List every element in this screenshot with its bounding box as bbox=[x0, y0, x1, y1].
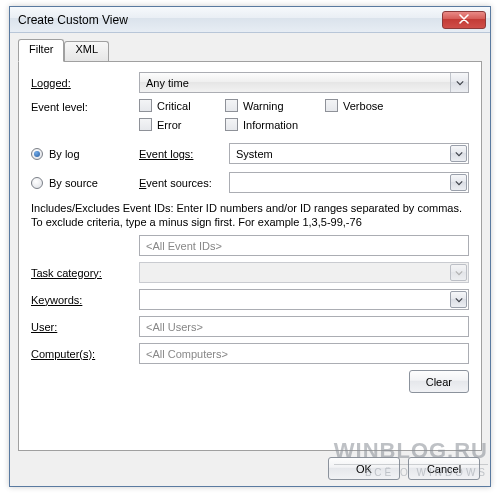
event-logs-combo[interactable]: System bbox=[229, 143, 469, 164]
user-input[interactable]: <All Users> bbox=[139, 316, 469, 337]
checkbox-critical-label: Critical bbox=[157, 100, 191, 112]
checkbox-box bbox=[225, 99, 238, 112]
checkbox-warning-label: Warning bbox=[243, 100, 284, 112]
checkbox-verbose[interactable]: Verbose bbox=[325, 99, 411, 112]
clear-button[interactable]: Clear bbox=[409, 370, 469, 393]
checkbox-box bbox=[325, 99, 338, 112]
checkbox-information-label: Information bbox=[243, 119, 298, 131]
tab-filter-label: Filter bbox=[29, 43, 53, 55]
checkbox-error[interactable]: Error bbox=[139, 118, 225, 131]
radio-by-source[interactable] bbox=[31, 177, 43, 189]
clear-button-label: Clear bbox=[426, 376, 452, 388]
tab-xml-label: XML bbox=[75, 43, 98, 55]
dialog-button-row: OK Cancel bbox=[18, 451, 482, 480]
event-logs-combo-button[interactable] bbox=[450, 145, 467, 162]
radio-by-log[interactable] bbox=[31, 148, 43, 160]
chevron-down-icon bbox=[456, 77, 464, 89]
ok-button[interactable]: OK bbox=[328, 457, 400, 480]
window-title: Create Custom View bbox=[18, 13, 442, 27]
radio-by-source-label: By source bbox=[49, 177, 98, 189]
checkbox-critical[interactable]: Critical bbox=[139, 99, 225, 112]
task-category-label: Task category: bbox=[31, 267, 139, 279]
checkbox-warning[interactable]: Warning bbox=[225, 99, 325, 112]
event-level-label: Event level: bbox=[31, 99, 139, 113]
task-category-combo[interactable] bbox=[139, 262, 469, 283]
event-sources-label: Event sources: bbox=[139, 177, 212, 189]
tab-xml[interactable]: XML bbox=[64, 41, 109, 61]
checkbox-box bbox=[225, 118, 238, 131]
filter-panel: Logged: Any time Event level: bbox=[18, 61, 482, 451]
checkbox-verbose-label: Verbose bbox=[343, 100, 383, 112]
event-sources-combo[interactable] bbox=[229, 172, 469, 193]
user-placeholder: <All Users> bbox=[146, 321, 203, 333]
keywords-combo-button[interactable] bbox=[450, 291, 467, 308]
computers-label: Computer(s): bbox=[31, 348, 139, 360]
tab-filter[interactable]: Filter bbox=[18, 39, 64, 62]
ok-button-label: OK bbox=[356, 463, 372, 475]
cancel-button-label: Cancel bbox=[427, 463, 461, 475]
task-category-combo-button[interactable] bbox=[450, 264, 467, 281]
window-close-button[interactable] bbox=[442, 11, 486, 29]
client-area: Filter XML Logged: Any time bbox=[10, 33, 490, 486]
computers-placeholder: <All Computers> bbox=[146, 348, 228, 360]
keywords-label: Keywords: bbox=[31, 294, 139, 306]
logged-combo-value: Any time bbox=[146, 77, 450, 89]
event-logs-label: Event logs: bbox=[139, 148, 193, 160]
chevron-down-icon bbox=[455, 267, 463, 279]
chevron-down-icon bbox=[455, 177, 463, 189]
tab-strip: Filter XML bbox=[18, 39, 482, 61]
title-bar: Create Custom View bbox=[10, 7, 490, 33]
logged-label-text: Logged: bbox=[31, 77, 71, 89]
logged-combo[interactable]: Any time bbox=[139, 72, 469, 93]
chevron-down-icon bbox=[455, 148, 463, 160]
checkbox-error-label: Error bbox=[157, 119, 181, 131]
radio-by-log-label: By log bbox=[49, 148, 80, 160]
logged-label: Logged: bbox=[31, 77, 139, 89]
event-ids-help: Includes/Excludes Event IDs: Enter ID nu… bbox=[31, 201, 469, 229]
event-ids-input[interactable]: <All Event IDs> bbox=[139, 235, 469, 256]
keywords-combo[interactable] bbox=[139, 289, 469, 310]
chevron-down-icon bbox=[455, 294, 463, 306]
checkbox-box bbox=[139, 99, 152, 112]
event-ids-placeholder: <All Event IDs> bbox=[146, 240, 222, 252]
checkbox-box bbox=[139, 118, 152, 131]
close-icon bbox=[459, 14, 469, 26]
create-custom-view-dialog: Create Custom View Filter XML Logged: bbox=[9, 6, 491, 487]
checkbox-information[interactable]: Information bbox=[225, 118, 325, 131]
cancel-button[interactable]: Cancel bbox=[408, 457, 480, 480]
logged-combo-button[interactable] bbox=[450, 73, 468, 92]
event-sources-combo-button[interactable] bbox=[450, 174, 467, 191]
event-logs-value: System bbox=[236, 148, 449, 160]
computers-input[interactable]: <All Computers> bbox=[139, 343, 469, 364]
user-label: User: bbox=[31, 321, 139, 333]
